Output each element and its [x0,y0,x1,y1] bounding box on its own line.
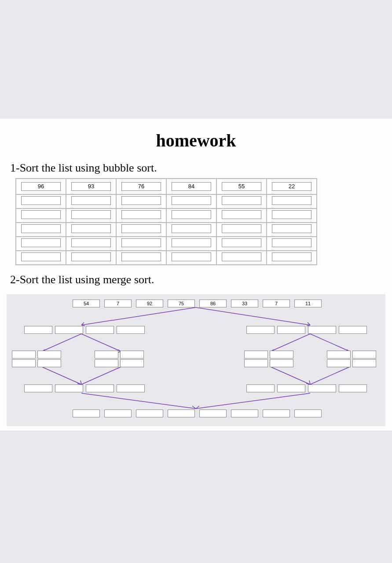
merge-sort-diagram: 54 7 92 75 86 33 7 11 [7,294,385,426]
merge-box-empty [86,384,114,392]
merge-box-empty [168,409,195,417]
merge-box-empty [37,351,61,358]
bubble-row [16,237,317,251]
merge-box-empty [104,409,132,417]
merge-box-empty [73,409,100,417]
bubble-row [16,251,317,265]
merge-box-empty [55,326,83,334]
merge-box-empty [12,359,36,367]
merge-box-empty [12,351,36,358]
bubble-cell: 84 [172,182,211,191]
bubble-sort-table: 96 93 76 84 55 22 [15,178,317,265]
bubble-row [16,223,317,237]
merge-box: 7 [104,300,132,307]
merge-box: 54 [73,300,100,307]
merge-box-empty [308,384,336,392]
bubble-cell: 96 [21,182,61,191]
bubble-header-row: 96 93 76 84 55 22 [16,179,317,194]
merge-box-empty [199,409,227,417]
merge-box-empty [339,384,367,392]
merge-box-empty [117,326,145,334]
bubble-cell: 55 [222,182,261,191]
q2-prompt: 2-Sort the list using merge sort. [10,273,385,286]
merge-box-empty [327,359,351,367]
merge-box-empty [352,359,376,367]
bubble-row [16,194,317,208]
merge-box-empty [270,359,293,367]
merge-box-empty [86,326,114,334]
bubble-sort-table-wrap: 96 93 76 84 55 22 [7,178,385,270]
merge-box-empty [244,351,268,358]
merge-box-empty [308,326,336,334]
merge-box-empty [277,384,305,392]
merge-box: 33 [231,300,258,307]
merge-box-empty [327,351,351,358]
merge-box-empty [270,351,293,358]
merge-box-empty [120,351,144,358]
bubble-cell: 76 [121,182,161,191]
q1-prompt: 1-Sort the list using bubble sort. [10,161,385,175]
merge-box-empty [277,326,305,334]
bubble-cell: 22 [272,182,311,191]
merge-box-empty [294,409,322,417]
merge-box-empty [263,409,290,417]
merge-box-empty [352,351,376,358]
merge-box-empty [117,384,145,392]
merge-box-empty [24,384,52,392]
merge-box-empty [246,384,275,392]
bubble-row [16,208,317,223]
merge-box-empty [120,359,144,367]
merge-box-empty [136,409,163,417]
page-title: homework [7,130,385,151]
bubble-cell: 93 [71,182,111,191]
merge-box-empty [95,351,118,358]
merge-box: 86 [199,300,227,307]
merge-box: 92 [136,300,163,307]
merge-box: 7 [263,300,290,307]
merge-box-empty [339,326,367,334]
merge-box-empty [37,359,61,367]
merge-box: 75 [168,300,195,307]
merge-box-empty [246,326,275,334]
merge-box-empty [244,359,268,367]
merge-box: 11 [294,300,322,307]
merge-box-empty [231,409,258,417]
merge-box-empty [95,359,118,367]
merge-box-empty [24,326,52,334]
merge-box-empty [55,384,83,392]
